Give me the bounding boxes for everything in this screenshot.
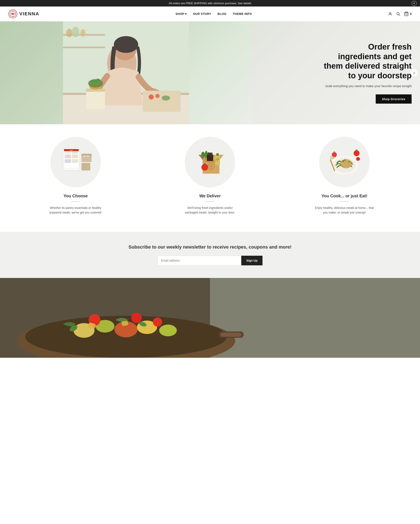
feature-you-choose: Vienna You Choose Whether its pantry ess… [40, 137, 111, 215]
header: VIENNA SHOP ▾ OUR STORY BLOG THEME INFO [0, 7, 420, 21]
svg-rect-50 [216, 153, 219, 156]
svg-point-80 [153, 317, 162, 327]
nav-shop[interactable]: SHOP ▾ [175, 12, 187, 16]
svg-rect-54 [208, 153, 212, 155]
nav-our-story[interactable]: OUR STORY [193, 12, 211, 16]
feature-2-text: We'll bring fresh ingredients and/or pac… [181, 206, 239, 215]
announcement-close-button[interactable]: × [411, 1, 417, 6]
svg-rect-33 [65, 159, 71, 163]
feature-1-text: Whether its pantry essentials or healthy… [46, 206, 105, 215]
newsletter-section: Subscribe to our weekly newsletter to re… [0, 232, 420, 278]
svg-rect-69 [210, 278, 420, 358]
svg-rect-31 [65, 155, 71, 158]
svg-point-66 [356, 157, 360, 161]
hero-content: Order fresh ingredients and get them del… [324, 42, 411, 104]
features-section: Vienna You Choose Whether its pantry ess… [0, 124, 420, 232]
hero-section: Order fresh ingredients and get them del… [0, 21, 420, 124]
feature-2-title: We Deliver [181, 193, 239, 198]
logo-text: VIENNA [19, 11, 39, 17]
bottom-food-illustration [0, 278, 420, 358]
header-icons: 0 [388, 12, 411, 16]
close-icon: × [413, 1, 415, 5]
svg-point-62 [348, 161, 350, 162]
logo-link[interactable]: VIENNA [9, 9, 39, 18]
svg-rect-53 [207, 155, 213, 161]
newsletter-title: Subscribe to our weekly newsletter to re… [9, 244, 411, 250]
feature-2-divider [206, 201, 214, 202]
bottom-food-image [0, 278, 420, 358]
feature-1-divider [71, 201, 80, 202]
hero-title: Order fresh ingredients and get them del… [324, 42, 411, 80]
newsletter-signup-button[interactable]: Sign Up [241, 256, 262, 265]
announcement-bar: All orders are FREE SHIPPING with minimu… [0, 0, 420, 7]
nav-blog[interactable]: BLOG [218, 12, 226, 16]
feature-3-divider [340, 201, 349, 202]
svg-point-4 [397, 12, 399, 15]
svg-point-65 [332, 152, 337, 157]
svg-rect-40 [87, 155, 89, 157]
nav-theme-info[interactable]: THEME INFO [233, 12, 252, 16]
svg-rect-26 [63, 21, 189, 124]
svg-rect-39 [83, 155, 86, 157]
newsletter-form: Sign Up [158, 256, 262, 265]
account-icon [388, 12, 392, 16]
main-nav: SHOP ▾ OUR STORY BLOG THEME INFO [175, 12, 252, 16]
svg-point-79 [131, 313, 142, 323]
feature-1-image: Vienna [50, 137, 101, 187]
svg-point-64 [354, 150, 359, 156]
svg-text:OIL: OIL [217, 160, 219, 161]
svg-point-48 [210, 166, 212, 167]
feature-1-illustration: Vienna [57, 143, 95, 181]
newsletter-email-input[interactable] [158, 256, 241, 265]
hero-subtitle: Grab everything you need to make your fa… [324, 84, 411, 89]
feature-1-title: You Choose [46, 193, 105, 198]
logo-icon [9, 9, 17, 18]
feature-you-cook: You Cook... or just Eat! Enjoy healthy, … [309, 137, 380, 215]
svg-point-63 [344, 159, 346, 161]
feature-3-text: Enjoy healthy, delicious meals at home..… [315, 206, 374, 215]
svg-point-55 [201, 164, 208, 171]
svg-line-5 [399, 15, 400, 16]
announcement-text: All orders are FREE SHIPPING with minimu… [169, 2, 251, 5]
search-button[interactable] [396, 12, 400, 16]
feature-2-illustration: OLIVE OIL [191, 143, 229, 181]
feature-2-image: OLIVE OIL [185, 137, 235, 187]
hero-image [0, 21, 252, 124]
cart-count: 0 [410, 12, 411, 16]
account-button[interactable] [388, 12, 392, 16]
cart-icon [404, 12, 409, 16]
feature-3-title: You Cook... or just Eat! [315, 193, 374, 198]
hero-background-illustration [0, 21, 252, 124]
arrow-right-icon: › [413, 71, 415, 75]
cart-button[interactable]: 0 [404, 12, 411, 16]
svg-text:Vienna: Vienna [70, 150, 73, 151]
search-icon [396, 12, 400, 16]
chevron-down-icon: ▾ [185, 12, 187, 16]
shop-groceries-button[interactable]: Shop Groceries [376, 94, 411, 104]
svg-rect-34 [72, 159, 78, 163]
feature-we-deliver: OLIVE OIL We Deliver We'll bring fresh i… [174, 137, 246, 215]
feature-3-illustration [325, 143, 363, 181]
svg-text:OLIVE: OLIVE [216, 158, 219, 160]
svg-point-3 [390, 12, 391, 14]
svg-rect-32 [72, 155, 78, 158]
svg-rect-86 [220, 332, 242, 337]
svg-point-61 [342, 160, 344, 162]
svg-point-77 [159, 324, 177, 336]
feature-3-image [319, 137, 370, 187]
